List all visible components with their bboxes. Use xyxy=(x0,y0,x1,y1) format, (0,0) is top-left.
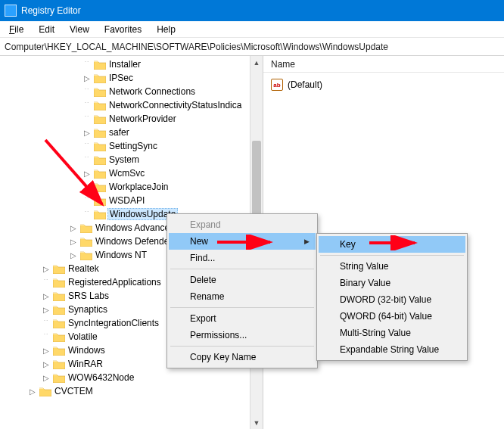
expand-chevron-icon[interactable]: ▷ xyxy=(68,251,79,260)
window-title: Registry Editor xyxy=(21,5,81,16)
tree-item-label: NetworkProvider xyxy=(109,113,176,124)
tree-item-label: SettingSync xyxy=(109,141,157,151)
tree-item[interactable]: ˙˙WSDAPI xyxy=(0,194,250,207)
tree-line: ˙˙ xyxy=(82,61,92,69)
tree-line: ˙˙ xyxy=(82,210,92,219)
context-menu-item[interactable]: Rename xyxy=(169,288,316,305)
context-submenu-item[interactable]: Expandable String Value xyxy=(319,341,465,358)
tree-line: ˙˙ xyxy=(82,88,92,96)
context-menu-item[interactable]: Find... xyxy=(169,250,316,266)
context-submenu-item[interactable]: DWORD (32-bit) Value xyxy=(319,291,465,308)
tree-line: ˙˙ xyxy=(82,101,92,110)
expand-chevron-icon[interactable]: ▷ xyxy=(41,306,51,314)
tree-item-label: RegisteredApplications xyxy=(68,277,161,288)
tree-item-label: SRS Labs xyxy=(68,291,109,301)
menu-separator xyxy=(170,269,314,269)
tree-item-label: SyncIntegrationClients xyxy=(68,318,159,328)
tree-item-label: Windows xyxy=(68,345,105,356)
app-icon xyxy=(5,5,17,17)
menubar: File Edit View Favorites Help xyxy=(0,21,504,38)
tree-item-label: NetworkConnectivityStatusIndica xyxy=(109,100,241,110)
menu-edit[interactable]: Edit xyxy=(31,23,62,36)
expand-chevron-icon[interactable]: ▷ xyxy=(82,74,92,82)
submenu-arrow-icon: ▶ xyxy=(304,238,310,245)
menu-separator xyxy=(170,346,314,347)
tree-item-label: WOW6432Node xyxy=(68,372,134,383)
value-row-default[interactable]: ab (Default) xyxy=(271,77,496,92)
tree-item[interactable]: ▷safer xyxy=(0,126,250,139)
tree-item-label: safer xyxy=(109,127,129,138)
tree-line: ˙˙ xyxy=(82,156,92,164)
tree-item[interactable]: ▷IPSec xyxy=(0,71,250,85)
tree-item[interactable]: ˙˙Network Connections xyxy=(0,85,250,98)
expand-chevron-icon[interactable]: ▷ xyxy=(68,238,79,246)
expand-chevron-icon[interactable]: ▷ xyxy=(82,129,92,137)
menu-separator xyxy=(170,307,314,308)
tree-line: ˙˙ xyxy=(82,115,92,123)
tree-item-label: WcmSvc xyxy=(109,168,145,179)
context-menu-item[interactable]: New▶ xyxy=(169,233,316,250)
tree-line: ˙˙ xyxy=(82,197,92,205)
tree-line: ˙˙ xyxy=(41,333,51,341)
context-menu: ExpandNew▶Find...DeleteRenameExportPermi… xyxy=(166,213,318,368)
tree-item-label: Windows Advanced xyxy=(95,222,175,233)
tree-item-label: Network Connections xyxy=(109,86,195,97)
menu-file[interactable]: File xyxy=(2,23,31,36)
context-submenu-item[interactable]: QWORD (64-bit) Value xyxy=(319,308,465,325)
tree-item[interactable]: ˙˙NetworkConnectivityStatusIndica xyxy=(0,98,250,112)
tree-item[interactable]: ˙˙Installer xyxy=(0,58,250,71)
context-submenu-new: KeyString ValueBinary ValueDWORD (32-bit… xyxy=(316,233,468,361)
context-submenu-item[interactable]: Multi-String Value xyxy=(319,325,465,341)
tree-item[interactable]: ˙˙System xyxy=(0,153,250,166)
expand-chevron-icon[interactable]: ▷ xyxy=(41,292,51,300)
context-menu-item[interactable]: Permissions... xyxy=(169,327,316,344)
tree-item[interactable]: ▷CVCTEM xyxy=(0,384,250,398)
tree-item-label: CVCTEM xyxy=(54,386,93,396)
expand-chevron-icon[interactable]: ▷ xyxy=(68,224,79,232)
expand-chevron-icon[interactable]: ▷ xyxy=(41,360,51,368)
tree-line: ˙˙ xyxy=(41,278,51,287)
tree-item-label: WorkplaceJoin xyxy=(109,182,168,192)
tree-line: ˙˙ xyxy=(82,183,92,191)
string-value-icon: ab xyxy=(271,79,283,91)
expand-chevron-icon[interactable]: ▷ xyxy=(82,169,92,178)
tree-item[interactable]: ▷WcmSvc xyxy=(0,166,250,180)
expand-chevron-icon[interactable]: ▷ xyxy=(41,347,51,355)
menu-separator xyxy=(320,255,464,256)
context-menu-item[interactable]: Copy Key Name xyxy=(169,349,316,365)
tree-item[interactable]: ˙˙SettingSync xyxy=(0,139,250,153)
tree-item-label: WinRAR xyxy=(68,359,103,369)
tree-item[interactable]: ˙˙NetworkProvider xyxy=(0,112,250,126)
titlebar: Registry Editor xyxy=(0,0,504,21)
tree-item-label: WSDAPI xyxy=(109,195,145,206)
context-menu-item: Expand xyxy=(169,216,316,233)
scroll-up-button[interactable]: ▲ xyxy=(250,56,263,69)
tree-item[interactable]: ˙˙WorkplaceJoin xyxy=(0,180,250,194)
tree-line: ˙˙ xyxy=(82,142,92,151)
expand-chevron-icon[interactable]: ▷ xyxy=(27,387,38,396)
context-menu-item[interactable]: Delete xyxy=(169,272,316,288)
tree-item-label: Realtek xyxy=(68,263,99,274)
expand-chevron-icon[interactable]: ▷ xyxy=(41,374,51,382)
expand-chevron-icon[interactable]: ▷ xyxy=(41,265,51,273)
tree-item-label: Synaptics xyxy=(68,304,107,315)
tree-item-label: Volatile xyxy=(68,331,98,342)
menu-help[interactable]: Help xyxy=(149,23,183,36)
scroll-down-button[interactable]: ▼ xyxy=(250,416,263,429)
context-submenu-item[interactable]: String Value xyxy=(319,258,465,275)
menu-favorites[interactable]: Favorites xyxy=(97,23,149,36)
menu-view[interactable]: View xyxy=(62,23,97,36)
value-name: (Default) xyxy=(288,79,322,90)
column-header-name[interactable]: Name xyxy=(263,56,504,73)
tree-item-label: Windows NT xyxy=(95,250,147,260)
context-submenu-item[interactable]: Key xyxy=(319,236,465,253)
tree-item-label: IPSec xyxy=(109,73,133,83)
tree-item-label: Installer xyxy=(109,59,141,70)
addressbar[interactable]: Computer\HKEY_LOCAL_MACHINE\SOFTWARE\Pol… xyxy=(0,38,504,56)
tree-item-label: Windows Defender xyxy=(95,236,172,247)
tree-item-label: System xyxy=(109,154,139,165)
address-text: Computer\HKEY_LOCAL_MACHINE\SOFTWARE\Pol… xyxy=(5,42,388,52)
tree-item[interactable]: ▷WOW6432Node xyxy=(0,371,250,384)
context-submenu-item[interactable]: Binary Value xyxy=(319,275,465,291)
context-menu-item[interactable]: Export xyxy=(169,310,316,327)
